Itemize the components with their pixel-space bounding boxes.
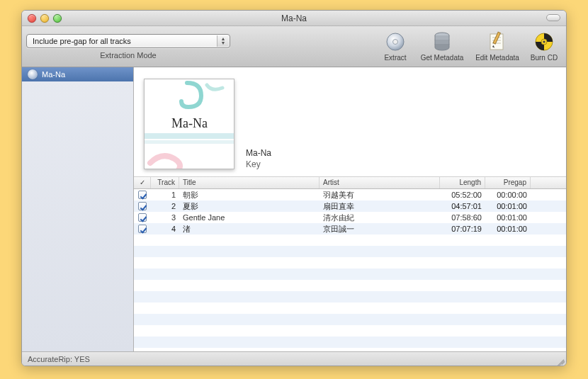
cover-text: Ma-Na — [171, 116, 208, 130]
toolbar-toggle-button[interactable] — [546, 14, 560, 21]
toolbar: Include pre-gap for all tracks ▲▼ Extrac… — [22, 26, 566, 67]
track-table: ✓ Track Title Artist Length Pregap 1朝影羽越… — [134, 176, 566, 351]
resize-handle[interactable] — [556, 356, 565, 364]
burn-cd-button[interactable]: Burn CD — [526, 31, 562, 62]
col-length[interactable]: Length — [440, 177, 485, 188]
row-tracknum: 1 — [151, 189, 179, 200]
burn-cd-label: Burn CD — [531, 54, 558, 62]
source-list-item[interactable]: Ma-Na — [22, 67, 133, 81]
row-checkbox[interactable] — [138, 213, 147, 222]
table-row — [134, 280, 566, 291]
source-item-label: Ma-Na — [42, 70, 65, 79]
svg-point-11 — [543, 40, 545, 43]
edit-metadata-button[interactable]: Edit Metadata — [471, 31, 524, 62]
get-metadata-button[interactable]: Get Metadata — [416, 31, 468, 62]
status-bar: AccurateRip: YES — [22, 351, 566, 366]
table-row — [134, 268, 566, 280]
row-tracknum: 4 — [151, 223, 179, 234]
toolbar-right: Extract Get Metadata — [234, 26, 566, 67]
svg-rect-14 — [145, 140, 234, 144]
table-header: ✓ Track Title Artist Length Pregap — [134, 177, 566, 189]
disc-icon — [385, 31, 406, 52]
window-title: Ma-Na — [22, 13, 566, 23]
col-spacer — [531, 177, 566, 188]
row-artist: 京田誠一 — [320, 222, 440, 236]
row-length: 05:52:00 — [440, 189, 485, 200]
row-tracknum: 3 — [151, 212, 179, 223]
col-artist[interactable]: Artist — [320, 177, 440, 188]
extraction-mode-label: Extraction Mode — [100, 51, 156, 60]
database-icon — [431, 31, 453, 52]
row-pregap: 00:01:00 — [485, 200, 531, 212]
table-row — [134, 336, 566, 348]
window-controls — [22, 14, 62, 23]
content-pane: Ma-Na Ma-Na Key ✓ Track Title Artist Len… — [134, 67, 566, 351]
toolbar-left: Include pre-gap for all tracks ▲▼ Extrac… — [22, 26, 234, 67]
table-row — [134, 302, 566, 314]
zoom-button[interactable] — [53, 14, 62, 23]
row-length: 04:57:01 — [440, 200, 485, 212]
album-text: Ma-Na Key — [246, 148, 271, 169]
svg-rect-13 — [145, 133, 234, 139]
row-pregap: 00:01:00 — [485, 212, 531, 223]
row-pregap: 00:01:00 — [485, 223, 531, 234]
col-track[interactable]: Track — [151, 177, 179, 188]
extract-button[interactable]: Extract — [378, 31, 413, 62]
row-checkbox[interactable] — [138, 191, 147, 199]
table-row — [134, 246, 566, 257]
app-window: Ma-Na Include pre-gap for all tracks ▲▼ … — [21, 10, 567, 366]
row-title: 渚 — [179, 222, 320, 236]
album-cover[interactable]: Ma-Na — [144, 79, 234, 169]
table-row[interactable]: 4渚京田誠一07:07:1900:01:00 — [134, 223, 566, 234]
row-length: 07:07:19 — [440, 223, 485, 234]
accurate-rip-status: AccurateRip: YES — [28, 355, 90, 363]
row-pregap: 00:00:00 — [485, 189, 531, 200]
extract-label: Extract — [384, 54, 406, 62]
table-row — [134, 314, 566, 325]
extraction-mode-value: Include pre-gap for all tracks — [33, 37, 131, 45]
burn-icon — [533, 31, 555, 52]
source-list: Ma-Na — [22, 67, 134, 351]
row-tracknum: 2 — [151, 200, 179, 212]
edit-metadata-label: Edit Metadata — [475, 54, 519, 62]
album-header: Ma-Na Ma-Na Key — [134, 67, 566, 176]
extraction-mode-popup[interactable]: Include pre-gap for all tracks ▲▼ — [26, 34, 230, 48]
get-metadata-label: Get Metadata — [421, 54, 464, 62]
table-row — [134, 291, 566, 302]
table-row — [134, 234, 566, 246]
minimize-button[interactable] — [40, 14, 49, 23]
album-artist: Key — [246, 159, 271, 169]
table-row — [134, 325, 566, 336]
edit-icon — [487, 31, 508, 52]
table-row — [134, 257, 566, 268]
row-title: 夏影 — [179, 200, 320, 213]
table-body[interactable]: 1朝影羽越美有05:52:0000:00:002夏影扇田直幸04:57:0100… — [134, 189, 566, 351]
main-split: Ma-Na Ma-Na Ma-Na — [22, 67, 566, 351]
row-checkbox[interactable] — [138, 202, 147, 210]
disc-icon — [28, 69, 38, 79]
popup-arrows-icon: ▲▼ — [217, 35, 229, 47]
row-length: 07:58:60 — [440, 212, 485, 223]
col-title[interactable]: Title — [179, 177, 320, 188]
album-title: Ma-Na — [246, 148, 271, 158]
row-checkbox[interactable] — [138, 225, 147, 233]
close-button[interactable] — [28, 14, 36, 23]
titlebar: Ma-Na — [22, 11, 566, 26]
col-pregap[interactable]: Pregap — [485, 177, 531, 188]
svg-point-1 — [393, 40, 398, 45]
col-check[interactable]: ✓ — [134, 177, 151, 188]
